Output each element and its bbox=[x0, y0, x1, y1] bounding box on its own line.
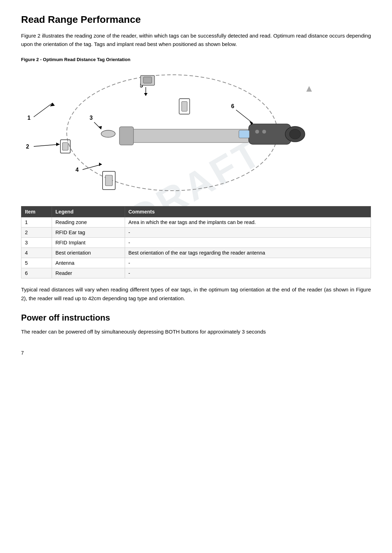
svg-point-25 bbox=[255, 130, 259, 134]
table-header: Item Legend Comments bbox=[21, 206, 371, 217]
cell-item-4: 4 bbox=[21, 248, 52, 258]
svg-marker-35 bbox=[144, 93, 148, 96]
cell-comment-4: Best orientation of the ear tags regardi… bbox=[125, 248, 371, 258]
svg-text:1: 1 bbox=[27, 115, 31, 121]
figure-diagram: 1 2 3 4 bbox=[21, 68, 371, 198]
section2-title: Power off instructions bbox=[21, 313, 371, 323]
table-body: 1 Reading zone Area in which the ear tag… bbox=[21, 217, 371, 278]
col-comments: Comments bbox=[125, 206, 371, 217]
svg-marker-6 bbox=[56, 143, 60, 146]
table-row: 5 Antenna - bbox=[21, 258, 371, 268]
col-legend: Legend bbox=[52, 206, 125, 217]
cell-item-2: 2 bbox=[21, 228, 52, 238]
cell-comment-5: - bbox=[125, 258, 371, 268]
svg-point-28 bbox=[289, 129, 301, 139]
header-row: Item Legend Comments bbox=[21, 206, 371, 217]
content-layer: Read Range Performance Figure 2 illustra… bbox=[21, 14, 371, 356]
cell-item-1: 1 bbox=[21, 217, 52, 228]
svg-line-2 bbox=[34, 103, 53, 117]
page-number: 7 bbox=[21, 350, 371, 356]
table-row: 3 RFID Implant - bbox=[21, 238, 371, 248]
cell-comment-3: - bbox=[125, 238, 371, 248]
legend-table: Item Legend Comments 1 Reading zone Area… bbox=[21, 206, 371, 278]
cell-comment-1: Area in which the ear tags and the impla… bbox=[125, 217, 371, 228]
table-row: 6 Reader - bbox=[21, 268, 371, 278]
body-text-1: Typical read distances will vary when re… bbox=[21, 285, 371, 303]
table-row: 1 Reading zone Area in which the ear tag… bbox=[21, 217, 371, 228]
table-row: 2 RFID Ear tag - bbox=[21, 228, 371, 238]
svg-text:6: 6 bbox=[231, 103, 234, 109]
cell-item-6: 6 bbox=[21, 268, 52, 278]
svg-rect-20 bbox=[143, 77, 152, 83]
cell-legend-4: Best orientation bbox=[52, 248, 125, 258]
svg-rect-33 bbox=[182, 101, 187, 111]
cell-legend-5: Antenna bbox=[52, 258, 125, 268]
svg-rect-22 bbox=[119, 127, 133, 145]
page-title: Read Range Performance bbox=[21, 14, 371, 25]
body-text-2: The reader can be powered off by simulta… bbox=[21, 328, 371, 336]
svg-rect-8 bbox=[63, 143, 68, 150]
cell-legend-2: RFID Ear tag bbox=[52, 228, 125, 238]
svg-text:2: 2 bbox=[26, 144, 29, 150]
svg-marker-11 bbox=[98, 126, 102, 129]
cell-comment-2: - bbox=[125, 228, 371, 238]
svg-rect-24 bbox=[239, 130, 249, 138]
cell-legend-3: RFID Implant bbox=[52, 238, 125, 248]
figure-caption: Figure 2 - Optimum Read Distance Tag Ori… bbox=[21, 57, 371, 62]
svg-point-12 bbox=[101, 130, 115, 137]
cell-legend-1: Reading zone bbox=[52, 217, 125, 228]
svg-line-5 bbox=[34, 144, 60, 146]
svg-point-26 bbox=[262, 130, 266, 134]
col-item: Item bbox=[21, 206, 52, 217]
table-row: 4 Best orientation Best orientation of t… bbox=[21, 248, 371, 258]
svg-text:4: 4 bbox=[76, 167, 79, 173]
intro-paragraph-1: Figure 2 illustrates the reading zone of… bbox=[21, 32, 371, 48]
svg-marker-36 bbox=[306, 86, 312, 92]
svg-text:3: 3 bbox=[90, 115, 93, 121]
cell-item-3: 3 bbox=[21, 238, 52, 248]
diagram-svg: 1 2 3 4 bbox=[21, 68, 371, 198]
svg-line-14 bbox=[83, 164, 102, 170]
cell-comment-6: - bbox=[125, 268, 371, 278]
page-wrapper: DRAFT Read Range Performance Figure 2 il… bbox=[21, 14, 371, 356]
cell-legend-6: Reader bbox=[52, 268, 125, 278]
cell-item-5: 5 bbox=[21, 258, 52, 268]
svg-rect-21 bbox=[123, 129, 249, 143]
svg-rect-17 bbox=[105, 175, 112, 186]
svg-marker-15 bbox=[99, 163, 102, 166]
svg-rect-23 bbox=[249, 124, 291, 144]
svg-line-30 bbox=[236, 110, 253, 123]
